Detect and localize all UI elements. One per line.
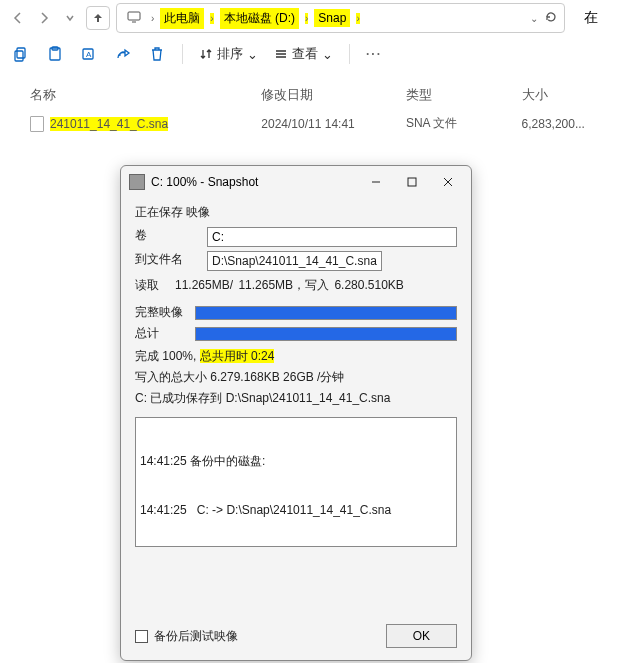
chevron-down-icon[interactable]: ⌄ [530, 13, 538, 24]
read-label: 读取 [135, 278, 159, 292]
maximize-button[interactable] [397, 170, 427, 194]
sort-dropdown[interactable]: 排序 ⌄ [199, 45, 258, 63]
file-type: SNA 文件 [406, 115, 522, 132]
volume-input[interactable] [207, 227, 457, 247]
snapshot-dialog: C: 100% - Snapshot 正在保存 映像 卷 到文件名 D:\Sna… [120, 165, 472, 661]
recent-dropdown-icon[interactable] [60, 8, 80, 28]
saving-label: 正在保存 映像 [135, 204, 457, 221]
full-image-label: 完整映像 [135, 304, 191, 321]
up-button[interactable] [86, 6, 110, 30]
column-name[interactable]: 名称 [30, 86, 261, 104]
chevron-down-icon: ⌄ [247, 47, 258, 62]
file-size: 6,283,200... [522, 117, 589, 131]
ok-button[interactable]: OK [386, 624, 457, 648]
file-icon [30, 116, 44, 132]
minimize-button[interactable] [361, 170, 391, 194]
column-type[interactable]: 类型 [406, 86, 522, 104]
right-truncated-text: 在 [571, 9, 611, 27]
dialog-titlebar[interactable]: C: 100% - Snapshot [121, 166, 471, 198]
refresh-icon[interactable] [544, 10, 558, 27]
file-list-header: 名称 修改日期 类型 大小 [0, 82, 619, 109]
breadcrumb[interactable]: › 此电脑 › 本地磁盘 (D:) › Snap › ⌄ [116, 3, 565, 33]
svg-rect-2 [15, 51, 23, 61]
more-button[interactable]: ··· [366, 47, 382, 61]
dialog-title: C: 100% - Snapshot [151, 175, 355, 189]
paste-icon[interactable] [46, 45, 64, 63]
total-progress [195, 327, 457, 341]
read-value: 11.265MB/ 11.265MB，写入 6.280.510KB [175, 278, 404, 292]
checkbox-icon [135, 630, 148, 643]
app-icon [129, 174, 145, 190]
log-textarea[interactable]: 14:41:25 备份中的磁盘: 14:41:25 C: -> D:\Snap\… [135, 417, 457, 547]
total-label: 总计 [135, 325, 191, 342]
volume-label: 卷 [135, 227, 199, 247]
close-button[interactable] [433, 170, 463, 194]
success-line: C: 已成功保存到 D:\Snap\241011_14_41_C.sna [135, 390, 457, 407]
svg-rect-7 [408, 178, 416, 186]
done-prefix: 完成 100%, [135, 349, 196, 363]
file-name: 241011_14_41_C.sna [50, 117, 168, 131]
breadcrumb-folder[interactable]: Snap [314, 9, 350, 27]
log-line: 14:41:25 备份中的磁盘: [140, 453, 452, 469]
elapsed-time: 总共用时 0:24 [200, 349, 275, 363]
file-date: 2024/10/11 14:41 [261, 117, 406, 131]
chevron-right-icon: › [151, 13, 154, 24]
column-date[interactable]: 修改日期 [261, 86, 406, 104]
share-icon[interactable] [114, 45, 132, 63]
svg-text:A: A [86, 50, 92, 59]
chevron-down-icon: ⌄ [322, 47, 333, 62]
dest-label: 到文件名 [135, 251, 199, 271]
column-size[interactable]: 大小 [522, 86, 589, 104]
back-arrow-icon[interactable] [8, 8, 28, 28]
view-dropdown[interactable]: 查看 ⌄ [274, 45, 333, 63]
log-line: 14:41:25 C: -> D:\Snap\241011_14_41_C.sn… [140, 502, 452, 518]
checkbox-label: 备份后测试映像 [154, 628, 238, 645]
test-after-backup-checkbox[interactable]: 备份后测试映像 [135, 628, 238, 645]
delete-icon[interactable] [148, 45, 166, 63]
file-toolbar: A 排序 ⌄ 查看 ⌄ ··· [0, 36, 619, 72]
write-size-line: 写入的总大小 6.279.168KB 26GB /分钟 [135, 369, 457, 386]
dest-input[interactable]: D:\Snap\241011_14_41_C.sna [207, 251, 382, 271]
svg-rect-1 [17, 48, 25, 58]
chevron-right-icon: › [305, 13, 308, 24]
copy-icon[interactable] [12, 45, 30, 63]
view-label: 查看 [292, 45, 318, 63]
sort-label: 排序 [217, 45, 243, 63]
table-row[interactable]: 241011_14_41_C.sna 2024/10/11 14:41 SNA … [0, 109, 619, 138]
chevron-right-icon: › [356, 13, 359, 24]
breadcrumb-pc[interactable]: 此电脑 [160, 8, 204, 29]
monitor-icon [123, 9, 145, 28]
rename-icon[interactable]: A [80, 45, 98, 63]
full-image-progress [195, 306, 457, 320]
chevron-right-icon: › [210, 13, 213, 24]
forward-arrow-icon[interactable] [34, 8, 54, 28]
svg-rect-0 [128, 12, 140, 20]
breadcrumb-drive[interactable]: 本地磁盘 (D:) [220, 8, 299, 29]
